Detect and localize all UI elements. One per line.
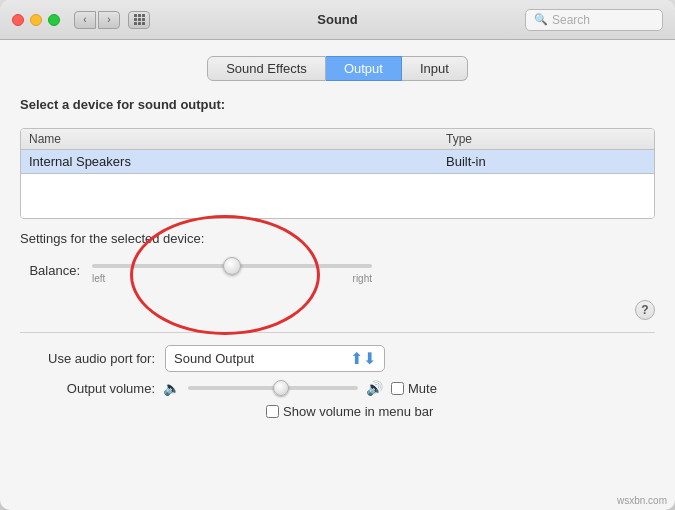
audio-port-select[interactable]: Sound Output ⬆⬇ xyxy=(165,345,385,372)
show-volume-row: Show volume in menu bar xyxy=(20,404,655,419)
audio-port-row: Use audio port for: Sound Output ⬆⬇ xyxy=(20,345,655,372)
balance-slider[interactable] xyxy=(92,264,372,268)
search-box[interactable]: 🔍 Search xyxy=(525,9,663,31)
audio-port-value: Sound Output xyxy=(174,351,254,366)
volume-row: Output volume: 🔈 🔊 Mute xyxy=(20,380,655,396)
balance-slider-container: left right xyxy=(92,256,372,284)
tab-bar: Sound Effects Output Input xyxy=(20,56,655,81)
maximize-button[interactable] xyxy=(48,14,60,26)
audio-port-label: Use audio port for: xyxy=(20,351,155,366)
help-button[interactable]: ? xyxy=(635,300,655,320)
volume-label: Output volume: xyxy=(20,381,155,396)
balance-label: Balance: xyxy=(20,263,80,278)
balance-left-label: left xyxy=(92,273,105,284)
settings-heading: Settings for the selected device: xyxy=(20,231,655,246)
minimize-button[interactable] xyxy=(30,14,42,26)
section-heading: Select a device for sound output: xyxy=(20,97,655,112)
grid-button[interactable] xyxy=(128,11,150,29)
grid-icon xyxy=(134,14,145,25)
select-arrow-icon: ⬆⬇ xyxy=(350,349,376,368)
help-row: ? xyxy=(20,300,655,320)
col-header-type: Type xyxy=(446,132,646,146)
window-title: Sound xyxy=(317,12,357,27)
balance-right-label: right xyxy=(353,273,372,284)
balance-row: Balance: left right xyxy=(20,256,655,284)
bottom-section: Use audio port for: Sound Output ⬆⬇ Outp… xyxy=(20,332,655,419)
watermark: wsxbn.com xyxy=(617,495,667,506)
mute-checkbox-row: Mute xyxy=(391,381,437,396)
table-header: Name Type xyxy=(21,129,654,150)
tab-sound-effects[interactable]: Sound Effects xyxy=(207,56,326,81)
device-table: Name Type Internal Speakers Built-in xyxy=(20,128,655,219)
titlebar: ‹ › Sound 🔍 Search xyxy=(0,0,675,40)
nav-buttons: ‹ › xyxy=(74,11,120,29)
show-volume-label: Show volume in menu bar xyxy=(283,404,433,419)
col-header-name: Name xyxy=(29,132,446,146)
settings-section: Settings for the selected device: Balanc… xyxy=(20,231,655,284)
mute-checkbox[interactable] xyxy=(391,382,404,395)
tab-input[interactable]: Input xyxy=(402,56,468,81)
device-name: Internal Speakers xyxy=(29,154,446,169)
table-row[interactable]: Internal Speakers Built-in xyxy=(21,150,654,174)
forward-button[interactable]: › xyxy=(98,11,120,29)
table-empty-row xyxy=(21,174,654,218)
volume-low-icon: 🔈 xyxy=(163,380,180,396)
content-area: Sound Effects Output Input Select a devi… xyxy=(0,40,675,510)
back-button[interactable]: ‹ xyxy=(74,11,96,29)
search-icon: 🔍 xyxy=(534,13,548,26)
traffic-lights xyxy=(12,14,60,26)
volume-slider[interactable] xyxy=(188,386,358,390)
search-placeholder: Search xyxy=(552,13,590,27)
mute-label: Mute xyxy=(408,381,437,396)
tab-output[interactable]: Output xyxy=(326,56,402,81)
show-volume-checkbox[interactable] xyxy=(266,405,279,418)
close-button[interactable] xyxy=(12,14,24,26)
device-type: Built-in xyxy=(446,154,646,169)
volume-high-icon: 🔊 xyxy=(366,380,383,396)
